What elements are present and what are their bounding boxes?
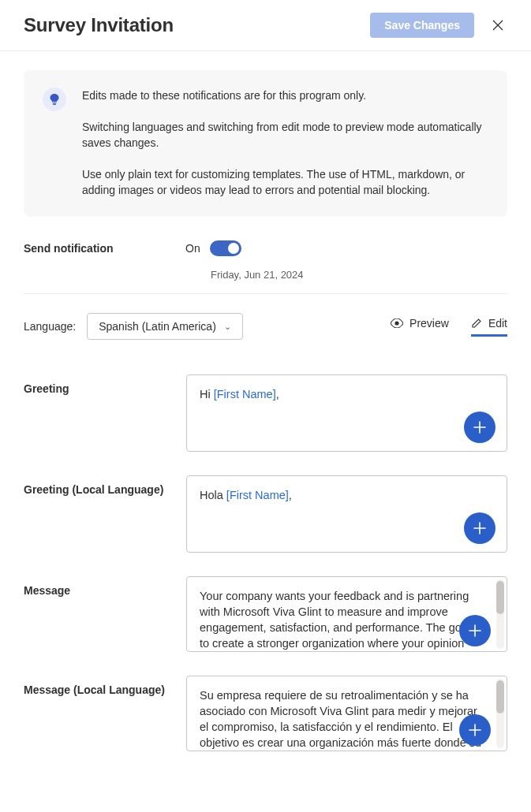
send-notification-toggle[interactable]: [210, 240, 241, 256]
message-input[interactable]: Your company wants your feedback and is …: [186, 576, 507, 652]
greeting-local-label: Greeting (Local Language): [24, 475, 174, 496]
greeting-local-post: ,: [289, 489, 292, 501]
message-add-button[interactable]: [459, 615, 491, 646]
plus-icon: [468, 624, 482, 638]
greeting-pre: Hi: [200, 388, 214, 400]
message-local-label: Message (Local Language): [24, 676, 174, 696]
language-label: Language:: [24, 320, 76, 333]
chevron-down-icon: ⌄: [224, 322, 231, 332]
page-title: Survey Invitation: [24, 14, 361, 36]
language-select[interactable]: Spanish (Latin America) ⌄: [87, 313, 243, 340]
close-button[interactable]: [484, 11, 512, 39]
greeting-add-button[interactable]: [464, 412, 495, 443]
message-scrollbar[interactable]: [496, 579, 504, 649]
message-local-add-button[interactable]: [459, 714, 491, 746]
plus-icon: [468, 723, 482, 737]
greeting-input[interactable]: Hi [First Name],: [186, 374, 507, 452]
toggle-knob: [228, 243, 239, 254]
svg-point-2: [395, 321, 398, 325]
scrollbar-thumb[interactable]: [496, 680, 504, 713]
language-selected-value: Spanish (Latin America): [99, 320, 216, 333]
greeting-local-add-button[interactable]: [464, 512, 495, 544]
svg-rect-1: [53, 104, 56, 105]
lightbulb-icon: [43, 88, 66, 111]
greeting-token: [First Name]: [214, 388, 276, 400]
send-notification-label: Send notification: [24, 240, 170, 255]
greeting-post: ,: [276, 388, 279, 400]
tab-edit[interactable]: Edit: [471, 317, 507, 337]
plus-icon: [473, 521, 487, 535]
plus-icon: [473, 420, 487, 434]
close-icon: [492, 20, 503, 31]
tab-preview[interactable]: Preview: [391, 317, 449, 337]
toggle-state-label: On: [185, 242, 200, 255]
svg-rect-0: [53, 102, 57, 103]
greeting-label: Greeting: [24, 374, 174, 395]
message-text: Your company wants your feedback and is …: [187, 577, 507, 651]
send-notification-date: Friday, Jun 21, 2024: [211, 269, 304, 281]
scrollbar-thumb[interactable]: [496, 581, 504, 614]
greeting-local-token: [First Name]: [226, 489, 289, 501]
save-button[interactable]: Save Changes: [370, 13, 474, 38]
tab-preview-label: Preview: [409, 317, 449, 330]
message-label: Message: [24, 576, 174, 597]
message-local-input[interactable]: Su empresa requiere de su retroalimentac…: [186, 676, 507, 751]
info-text-3: Use only plain text for customizing temp…: [82, 166, 488, 198]
divider: [24, 293, 507, 294]
info-banner: Edits made to these notifications are fo…: [24, 70, 507, 217]
message-local-text: Su empresa requiere de su retroalimentac…: [187, 676, 507, 751]
message-local-scrollbar[interactable]: [496, 679, 504, 748]
eye-icon: [391, 318, 403, 328]
info-text-2: Switching languages and switching from e…: [82, 119, 488, 151]
pencil-icon: [471, 318, 482, 329]
greeting-local-pre: Hola: [200, 489, 226, 501]
info-text-1: Edits made to these notifications are fo…: [82, 88, 488, 103]
greeting-local-input[interactable]: Hola [First Name],: [186, 475, 507, 553]
tab-edit-label: Edit: [488, 317, 507, 330]
